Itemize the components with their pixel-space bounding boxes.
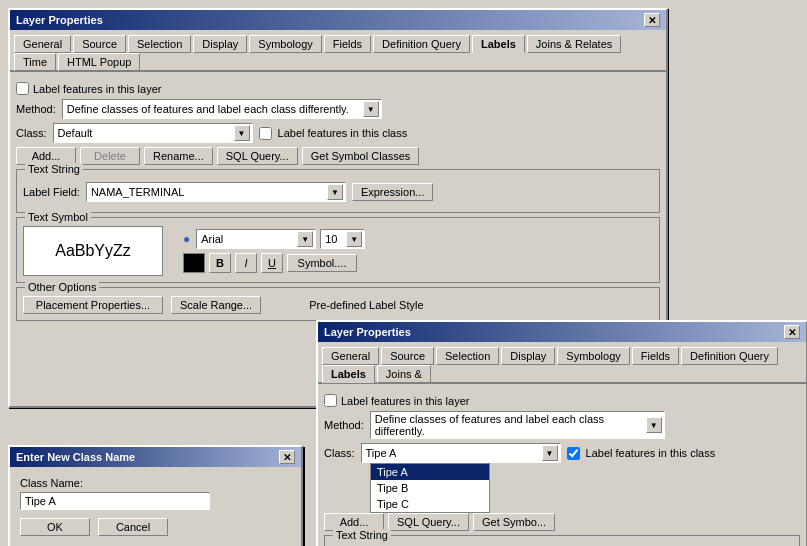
color-box-1[interactable] bbox=[183, 253, 205, 273]
label-features-class-text-2: Label features in this class bbox=[586, 447, 716, 459]
class-dropdown-list-2: Tipe A Tipe B Tipe C bbox=[370, 463, 490, 513]
class-label-2: Class: bbox=[324, 447, 355, 459]
expression-button-1[interactable]: Expression... bbox=[352, 183, 434, 201]
tab-joins-relates-1[interactable]: Joins & Relates bbox=[527, 35, 621, 53]
label-features-class-text-1: Label features in this class bbox=[278, 127, 408, 139]
class-name-input[interactable] bbox=[20, 492, 210, 510]
label-features-class-checkbox-1[interactable] bbox=[259, 127, 272, 140]
font-icon-1: ● bbox=[183, 232, 190, 246]
font-style-row-1: B I U Symbol.... bbox=[183, 253, 365, 273]
tab-labels-2[interactable]: Labels bbox=[322, 365, 375, 383]
preview-text-1: AaBbYyZz bbox=[55, 242, 131, 260]
text-string-label-1: Text String bbox=[25, 163, 83, 175]
dropdown-item-tipe-c[interactable]: Tipe C bbox=[371, 496, 489, 512]
label-field-combo-1[interactable]: NAMA_TERMINAL ▼ bbox=[86, 182, 346, 202]
class-combo-2[interactable]: Tipe A ▼ bbox=[361, 443, 561, 463]
font-size-arrow-1[interactable]: ▼ bbox=[346, 231, 362, 247]
class-combo-text-2: Tipe A bbox=[364, 447, 542, 459]
layer-properties-window-2: Layer Properties ✕ General Source Select… bbox=[316, 320, 807, 546]
class-name-row: Class Name: bbox=[20, 477, 291, 510]
tab-time-1[interactable]: Time bbox=[14, 53, 56, 71]
rename-button-1[interactable]: Rename... bbox=[144, 147, 213, 165]
label-field-combo-arrow-1[interactable]: ▼ bbox=[327, 184, 343, 200]
method-combo-arrow-2[interactable]: ▼ bbox=[646, 417, 662, 433]
label-features-text-1: Label features in this layer bbox=[33, 83, 161, 95]
tab-definition-query-2[interactable]: Definition Query bbox=[681, 347, 778, 365]
tab-display-2[interactable]: Display bbox=[501, 347, 555, 365]
tab-source-1[interactable]: Source bbox=[73, 35, 126, 53]
ok-button[interactable]: OK bbox=[20, 518, 90, 536]
scale-range-button-1[interactable]: Scale Range... bbox=[171, 296, 261, 314]
tab-definition-query-1[interactable]: Definition Query bbox=[373, 35, 470, 53]
italic-button-1[interactable]: I bbox=[235, 253, 257, 273]
font-size-combo-1[interactable]: 10 ▼ bbox=[320, 229, 365, 249]
tab-selection-2[interactable]: Selection bbox=[436, 347, 499, 365]
get-symbol-classes-button-1[interactable]: Get Symbol Classes bbox=[302, 147, 420, 165]
text-string-group-2: Text String Label Field: NAMA_TERMINAL ▼… bbox=[324, 535, 800, 546]
cancel-button[interactable]: Cancel bbox=[98, 518, 168, 536]
dialog-title-text: Enter New Class Name bbox=[16, 451, 135, 463]
method-combo-arrow-1[interactable]: ▼ bbox=[363, 101, 379, 117]
tab-fields-1[interactable]: Fields bbox=[324, 35, 371, 53]
window-content-2: Label features in this layer Method: Def… bbox=[318, 384, 806, 546]
close-button-1[interactable]: ✕ bbox=[644, 13, 660, 27]
dropdown-item-tipe-a[interactable]: Tipe A bbox=[371, 464, 489, 480]
font-name-row-1: ● Arial ▼ 10 ▼ bbox=[183, 229, 365, 249]
placement-properties-button-1[interactable]: Placement Properties... bbox=[23, 296, 163, 314]
close-button-2[interactable]: ✕ bbox=[784, 325, 800, 339]
dialog-close-button[interactable]: ✕ bbox=[279, 450, 295, 464]
tab-selection-1[interactable]: Selection bbox=[128, 35, 191, 53]
tab-symbology-2[interactable]: Symbology bbox=[557, 347, 629, 365]
method-combo-1[interactable]: Define classes of features and label eac… bbox=[62, 99, 382, 119]
tab-bar-2: General Source Selection Display Symbolo… bbox=[318, 342, 806, 384]
button-row-1: Add... Delete Rename... SQL Query... Get… bbox=[16, 147, 660, 165]
tab-general-2[interactable]: General bbox=[322, 347, 379, 365]
label-features-row-1: Label features in this layer bbox=[16, 82, 660, 95]
tab-symbology-1[interactable]: Symbology bbox=[249, 35, 321, 53]
tab-display-1[interactable]: Display bbox=[193, 35, 247, 53]
dialog-content: Class Name: OK Cancel bbox=[10, 467, 301, 546]
method-combo-2[interactable]: Define classes of features and label eac… bbox=[370, 411, 665, 439]
font-controls-1: ● Arial ▼ 10 ▼ B I U bbox=[183, 229, 365, 273]
method-label-1: Method: bbox=[16, 103, 56, 115]
class-row-1: Class: Default ▼ Label features in this … bbox=[16, 123, 660, 143]
font-combo-arrow-1[interactable]: ▼ bbox=[297, 231, 313, 247]
sql-query-button-2[interactable]: SQL Query... bbox=[388, 513, 469, 531]
class-combo-arrow-2[interactable]: ▼ bbox=[542, 445, 558, 461]
label-features-checkbox-1[interactable] bbox=[16, 82, 29, 95]
label-features-checkbox-2[interactable] bbox=[324, 394, 337, 407]
delete-button-1[interactable]: Delete bbox=[80, 147, 140, 165]
class-name-label: Class Name: bbox=[20, 477, 291, 489]
class-combo-text-1: Default bbox=[56, 127, 234, 139]
tab-general-1[interactable]: General bbox=[14, 35, 71, 53]
sql-query-button-1[interactable]: SQL Query... bbox=[217, 147, 298, 165]
label-features-text-2: Label features in this layer bbox=[341, 395, 469, 407]
text-string-group-1: Text String Label Field: NAMA_TERMINAL ▼… bbox=[16, 169, 660, 213]
tab-labels-1[interactable]: Labels bbox=[472, 35, 525, 53]
underline-button-1[interactable]: U bbox=[261, 253, 283, 273]
tab-fields-2[interactable]: Fields bbox=[632, 347, 679, 365]
label-field-row-1: Label Field: NAMA_TERMINAL ▼ Expression.… bbox=[23, 182, 653, 202]
method-row-2: Method: Define classes of features and l… bbox=[324, 411, 800, 439]
pre-defined-label-1: Pre-defined Label Style bbox=[309, 299, 423, 311]
class-combo-arrow-1[interactable]: ▼ bbox=[234, 125, 250, 141]
text-symbol-label-1: Text Symbol bbox=[25, 211, 91, 223]
label-features-class-checkbox-2[interactable] bbox=[567, 447, 580, 460]
label-field-label-1: Label Field: bbox=[23, 186, 80, 198]
symbol-button-1[interactable]: Symbol.... bbox=[287, 254, 357, 272]
bold-button-1[interactable]: B bbox=[209, 253, 231, 273]
window-title-text-1: Layer Properties bbox=[16, 14, 103, 26]
tab-source-2[interactable]: Source bbox=[381, 347, 434, 365]
class-combo-1[interactable]: Default ▼ bbox=[53, 123, 253, 143]
method-combo-text-2: Define classes of features and label eac… bbox=[373, 413, 646, 437]
method-label-2: Method: bbox=[324, 419, 364, 431]
other-options-label-1: Other Options bbox=[25, 281, 99, 293]
tab-joins-2[interactable]: Joins & bbox=[377, 365, 431, 383]
font-size-text-1: 10 bbox=[323, 233, 346, 245]
get-symbol-button-2[interactable]: Get Symbo... bbox=[473, 513, 555, 531]
button-row-2: Add... SQL Query... Get Symbo... bbox=[324, 513, 800, 531]
dropdown-item-tipe-b[interactable]: Tipe B bbox=[371, 480, 489, 496]
font-combo-1[interactable]: Arial ▼ bbox=[196, 229, 316, 249]
tab-html-popup-1[interactable]: HTML Popup bbox=[58, 53, 140, 71]
text-symbol-preview-1: AaBbYyZz bbox=[23, 226, 163, 276]
